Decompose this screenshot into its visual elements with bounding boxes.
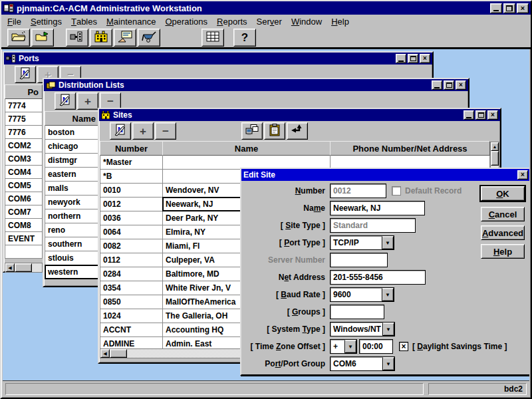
menu-item-window[interactable]: Window <box>287 15 327 27</box>
dist-row[interactable]: stlouis <box>45 251 102 265</box>
dist-row[interactable]: malls <box>45 181 102 196</box>
ports-row[interactable]: EVENT <box>5 231 43 245</box>
menu-item-tables[interactable]: Tables <box>66 15 102 27</box>
close-button[interactable]: × <box>517 3 529 13</box>
tz-sign-select[interactable]: +▼ <box>330 339 357 354</box>
dist-row[interactable]: distmgr <box>45 153 102 168</box>
menu-item-operations[interactable]: Operations <box>160 15 212 27</box>
advanced-button[interactable]: Advanced <box>481 225 525 240</box>
sites-toolbar-button[interactable] <box>90 29 112 47</box>
dist-row[interactable]: southern <box>45 237 102 251</box>
menu-item-settings[interactable]: Settings <box>26 15 66 27</box>
table-view-button[interactable] <box>201 29 224 47</box>
sites-column-header-name[interactable]: Name <box>162 141 331 156</box>
distribution-lists-titlebar[interactable]: Distribution Lists × <box>44 79 468 91</box>
ports-row[interactable] <box>5 245 43 259</box>
ports-titlebar[interactable]: Ports × <box>4 53 432 65</box>
ports-column-header[interactable]: Po <box>5 84 43 99</box>
menu-item-file[interactable]: File <box>3 15 26 27</box>
cart-toolbar-button[interactable] <box>138 29 160 47</box>
dist-row[interactable]: newyork <box>45 195 102 209</box>
help-button[interactable]: Help <box>481 244 525 259</box>
baud-rate-select[interactable]: 9600▼ <box>330 287 394 302</box>
scroll-left-button[interactable]: ◀ <box>5 263 15 272</box>
edit-record-button[interactable]: N <box>55 92 76 110</box>
scroll-thumb[interactable] <box>491 151 499 166</box>
sites-maximize-button[interactable] <box>475 110 486 120</box>
ports-row[interactable]: COM7 <box>5 205 43 219</box>
dropdown-arrow-icon[interactable]: ▼ <box>382 357 394 370</box>
net-address-field[interactable]: 201-555-8456 <box>330 270 426 285</box>
ports-row[interactable]: COM6 <box>5 192 43 205</box>
sites-close-button[interactable]: × <box>487 110 498 120</box>
dst-checkbox[interactable]: × <box>399 342 408 351</box>
minimize-button[interactable] <box>490 3 502 13</box>
edit-record-button[interactable]: N <box>110 122 131 140</box>
cancel-button[interactable]: Cancel <box>481 207 525 221</box>
dropdown-arrow-icon[interactable]: ▼ <box>382 288 394 301</box>
dist-column-header[interactable]: Name <box>45 111 102 126</box>
dist-row[interactable]: reno <box>45 223 102 237</box>
ports-row[interactable]: COM8 <box>5 218 43 232</box>
ports-toolbar-button[interactable] <box>66 29 88 47</box>
dropdown-arrow-icon[interactable]: ▼ <box>382 323 394 336</box>
ports-row[interactable]: COM4 <box>5 165 43 179</box>
dropdown-arrow-icon[interactable]: ▼ <box>382 236 394 249</box>
dist-row[interactable]: northern <box>45 209 102 223</box>
add-record-button[interactable]: + <box>132 122 154 140</box>
copy-site-button[interactable] <box>241 122 263 140</box>
menu-item-help[interactable]: Help <box>327 15 354 27</box>
name-field[interactable]: Neewark, NJ <box>330 201 425 215</box>
help-toolbar-button[interactable]: ? <box>233 29 256 47</box>
ports-row[interactable]: 7775 <box>5 112 43 126</box>
scroll-thumb[interactable] <box>15 263 32 272</box>
ports-row[interactable]: COM5 <box>5 178 43 192</box>
edit-record-button[interactable]: N <box>15 66 36 83</box>
exit-folder-button[interactable] <box>31 29 54 47</box>
ports-row[interactable]: 7774 <box>5 99 43 112</box>
port-group-select[interactable]: COM6▼ <box>330 356 395 371</box>
edit-site-titlebar[interactable]: Edit Site × <box>241 169 529 181</box>
ports-minimize-button[interactable] <box>396 54 406 63</box>
ports-hscrollbar[interactable]: ◀ <box>5 263 43 273</box>
delete-record-button[interactable]: − <box>155 122 176 140</box>
menu-item-server[interactable]: Server <box>252 15 287 27</box>
scroll-up-button[interactable]: ▲ <box>491 142 499 151</box>
open-folder-button[interactable] <box>7 29 30 47</box>
clipboard-button[interactable] <box>264 122 285 140</box>
dist-minimize-button[interactable] <box>432 80 442 90</box>
sites-column-header-number[interactable]: Number <box>100 141 163 156</box>
scroll-left-button[interactable]: ◀ <box>100 349 110 358</box>
dist-row-selected[interactable]: western <box>45 265 102 279</box>
port-type-select[interactable]: TCP/IP▼ <box>330 235 394 250</box>
dropdown-arrow-icon[interactable]: ▼ <box>344 340 356 353</box>
dist-row[interactable]: boston <box>45 126 102 140</box>
grid-icon <box>206 31 219 44</box>
ok-button[interactable]: OK <box>481 186 525 201</box>
sites-minimize-button[interactable] <box>464 110 474 120</box>
sites-titlebar[interactable]: Sites × <box>99 109 500 121</box>
dist-row[interactable]: chicago <box>45 139 102 154</box>
scroll-thumb[interactable] <box>110 349 127 358</box>
ports-row[interactable]: COM3 <box>5 152 43 166</box>
edit-site-title: Edit Site <box>243 170 275 180</box>
ports-close-button[interactable]: × <box>420 54 430 63</box>
dist-close-button[interactable]: × <box>456 80 466 90</box>
dist-row[interactable]: eastern <box>45 167 102 182</box>
ports-row[interactable]: 7776 <box>5 125 43 139</box>
dist-maximize-button[interactable] <box>444 80 454 90</box>
ports-row[interactable]: COM2 <box>5 138 43 152</box>
main-titlebar[interactable]: pjnmain:CA-ACM Administrative Workstatio… <box>1 1 531 15</box>
sites-column-header-phone[interactable]: Phone Number/Net Address <box>330 141 490 156</box>
system-type-select[interactable]: Windows/NT▼ <box>330 322 395 336</box>
add-record-button[interactable]: + <box>77 92 98 110</box>
dialog-close-button[interactable]: × <box>517 170 528 180</box>
tz-time-field[interactable]: 00:00 <box>359 339 393 354</box>
restore-button[interactable] <box>503 3 515 13</box>
menu-item-reports[interactable]: Reports <box>212 15 252 27</box>
ports-maximize-button[interactable] <box>408 54 418 63</box>
menu-item-maintenance[interactable]: Maintenance <box>102 15 160 27</box>
distribution-lists-toolbar-button[interactable] <box>114 29 136 47</box>
route-button[interactable] <box>287 122 308 140</box>
groups-field[interactable] <box>330 305 384 319</box>
